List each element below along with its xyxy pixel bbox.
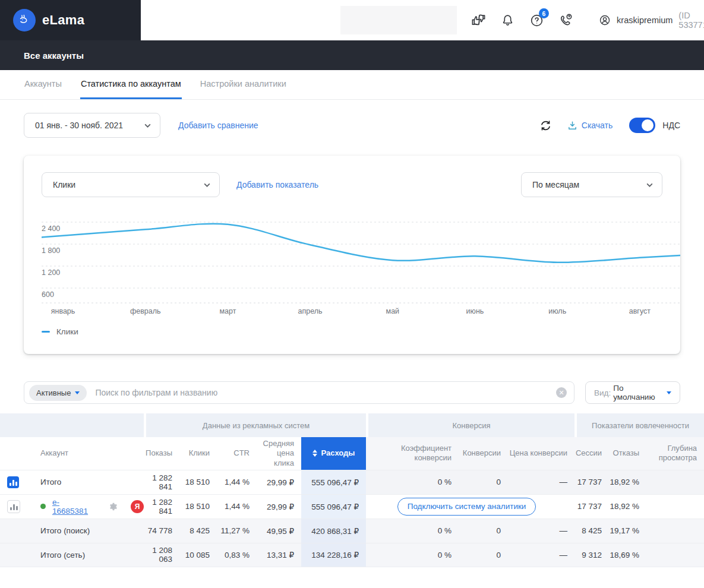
clear-search-icon[interactable]: ✕ [556, 387, 567, 398]
col-avg-cpc[interactable]: Средняя цена клика [257, 437, 301, 470]
col-ctr[interactable]: CTR [217, 437, 257, 470]
tab-analytics-settings[interactable]: Настройки аналитики [200, 70, 287, 99]
add-comparison-link[interactable]: Добавить сравнение [178, 121, 258, 130]
table-row-total-search: Итого (поиск) 74 778 8 425 11,27 % 49,95… [0, 519, 704, 543]
yandex-direct-badge: Я [131, 500, 144, 513]
date-range-select[interactable]: 01 янв. - 30 нояб. 2021 [24, 113, 160, 138]
svg-text:2 400: 2 400 [42, 225, 60, 233]
elama-llama-icon [13, 9, 36, 31]
logo-text: eLama [42, 12, 84, 28]
cell-impressions: 1 282 841 [144, 470, 179, 494]
view-select-value: По умолчанию [613, 384, 667, 402]
cell-conversions: 0 [459, 543, 508, 567]
svg-text:март: март [219, 307, 236, 315]
metric-select-value: Клики [53, 180, 75, 189]
col-impressions[interactable]: Показы [144, 437, 179, 470]
svg-text:февраль: февраль [130, 307, 161, 315]
cell-bounce: 19,17 % [609, 519, 646, 543]
cell-conv-rate: 0 % [366, 519, 459, 543]
account-link[interactable]: e-16685381 [52, 498, 88, 516]
chart-legend[interactable]: Клики [42, 327, 662, 336]
vat-toggle[interactable] [629, 118, 655, 133]
row-label: Итого (сеть) [26, 543, 144, 567]
svg-text:1 200: 1 200 [42, 268, 60, 277]
search-box[interactable]: Активные Поиск по фильтрам и названию ✕ [24, 381, 574, 404]
refresh-icon[interactable] [538, 117, 554, 134]
svg-text:600: 600 [42, 290, 54, 299]
cell-depth [646, 470, 704, 494]
cell-clicks: 18 510 [179, 494, 217, 519]
col-bounce[interactable]: Отказы [609, 437, 646, 470]
sort-icon [312, 450, 317, 457]
grouping-select-value: По месяцам [532, 180, 579, 189]
tab-account-statistics[interactable]: Статистика по аккаунтам [80, 70, 182, 99]
page-title: Все аккаунты [24, 50, 84, 61]
grouping-select[interactable]: По месяцам [521, 172, 662, 197]
cell-bounce: 18,69 % [609, 543, 646, 567]
user-menu[interactable]: kraskipremium (ID 533771) [599, 11, 704, 30]
search-input[interactable]: Поиск по фильтрам и названию [95, 388, 548, 397]
feedback-icon[interactable] [470, 12, 487, 29]
col-clicks[interactable]: Клики [179, 437, 217, 470]
breadcrumb-bar: Все аккаунты [0, 40, 704, 70]
cell-clicks: 10 085 [179, 543, 217, 567]
cell-conv-rate: 0 % [366, 470, 459, 494]
col-cost-sorted[interactable]: Расходы [301, 437, 366, 470]
chart-card: Клики Добавить показатель По месяцам 2 4… [24, 156, 680, 354]
user-id: (ID 533771) [678, 11, 704, 30]
cell-cost: 555 096,47 ₽ [301, 470, 366, 494]
col-cost-label: Расходы [321, 448, 355, 458]
cell-avg-cpc: 13,31 ₽ [257, 543, 301, 567]
group-header-empty [0, 413, 144, 437]
cell-impressions: 1 282 841 [144, 494, 179, 519]
col-account[interactable]: Аккаунт [26, 437, 144, 470]
cell-clicks: 18 510 [179, 470, 217, 494]
cell-clicks: 8 425 [179, 519, 217, 543]
row-label: Итого (поиск) [26, 519, 144, 543]
cell-ctr: 1,44 % [217, 494, 257, 519]
total-chart-icon[interactable] [7, 476, 19, 488]
gear-icon[interactable] [108, 501, 118, 512]
col-conv-rate[interactable]: Коэффициент конверсии [366, 437, 459, 470]
table-row-total-network: Итого (сеть) 1 208 063 10 085 0,83 % 13,… [0, 543, 704, 567]
help-icon[interactable]: 6 [528, 12, 545, 29]
legend-dash-icon [42, 331, 50, 333]
svg-text:июнь: июнь [466, 307, 484, 315]
download-icon [567, 121, 577, 131]
accounts-stats-table: Данные из рекламных систем Конверсия Пок… [0, 413, 704, 567]
avatar-icon [599, 12, 611, 28]
cell-sessions: 8 425 [574, 519, 609, 543]
metric-select[interactable]: Клики [42, 172, 220, 197]
blurred-search-area [340, 6, 457, 34]
add-metric-link[interactable]: Добавить показатель [236, 180, 318, 189]
row-label: Итого [26, 470, 144, 494]
svg-text:август: август [629, 307, 651, 315]
col-cost-per-conv[interactable]: Цена конверсии [508, 437, 574, 470]
view-select[interactable]: Вид: По умолчанию [585, 381, 680, 404]
notifications-bell-icon[interactable] [499, 12, 516, 29]
status-filter-pill[interactable]: Активные [29, 385, 87, 401]
vat-toggle-knob [642, 119, 654, 131]
connect-analytics-button[interactable]: Подключить систему аналитики [397, 498, 536, 516]
cell-avg-cpc: 49,95 ₽ [257, 519, 301, 543]
col-conversions[interactable]: Конверсии [459, 437, 508, 470]
svg-text:1 800: 1 800 [42, 246, 60, 255]
cell-sessions: 17 737 [574, 494, 609, 519]
table-row-account: e-16685381 Я 1 282 841 18 510 1,44 % 29,… [0, 494, 704, 519]
download-button[interactable]: Скачать [567, 121, 613, 131]
logo-block[interactable]: eLama [0, 0, 141, 40]
group-header-engagement: Показатели вовлеченности [574, 413, 704, 437]
col-sessions[interactable]: Сессии [574, 437, 609, 470]
group-header-ad-systems: Данные из рекламных систем [144, 413, 366, 437]
cell-cost-per-conv: — [508, 470, 574, 494]
cell-bounce: 18,92 % [609, 470, 646, 494]
top-icons: 6 [470, 12, 574, 29]
cell-cost: 134 228,16 ₽ [301, 543, 366, 567]
svg-text:июль: июль [548, 307, 566, 315]
vat-label: НДС [662, 121, 680, 130]
col-depth[interactable]: Глубина просмотра [646, 437, 704, 470]
tab-accounts[interactable]: Аккаунты [24, 70, 62, 99]
support-call-icon[interactable] [557, 12, 574, 29]
cell-ctr: 0,83 % [217, 543, 257, 567]
account-chart-icon[interactable] [7, 500, 20, 513]
